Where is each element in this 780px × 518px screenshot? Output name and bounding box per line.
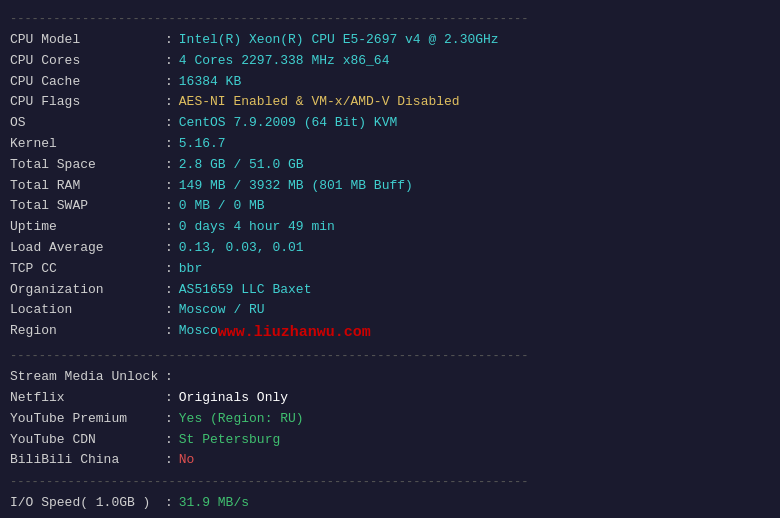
divider-3: ----------------------------------------… <box>10 475 770 489</box>
label-io-1: I/O Speed( 1.0GB ) <box>10 493 165 514</box>
table-row: Load Average : 0.13, 0.03, 0.01 <box>10 238 770 259</box>
label-stream: Stream Media Unlock <box>10 367 165 388</box>
table-row: OS : CentOS 7.9.2009 (64 Bit) KVM <box>10 113 770 134</box>
table-row: CPU Model : Intel(R) Xeon(R) CPU E5-2697… <box>10 30 770 51</box>
value-organization: AS51659 LLC Baxet <box>179 280 312 301</box>
value-io-2: 601 MB/s <box>179 514 241 518</box>
value-region: Mosco <box>179 321 218 345</box>
value-os: CentOS 7.9.2009 (64 Bit) KVM <box>179 113 397 134</box>
label-cpu-model: CPU Model <box>10 30 165 51</box>
label-youtube-cdn: YouTube CDN <box>10 430 165 451</box>
table-row: TCP CC : bbr <box>10 259 770 280</box>
value-total-ram: 149 MB / 3932 MB (801 MB Buff) <box>179 176 413 197</box>
value-youtube-premium: Yes (Region: RU) <box>179 409 304 430</box>
label-io-2: I/O Speed( 1.0GB ) <box>10 514 165 518</box>
label-cpu-cache: CPU Cache <box>10 72 165 93</box>
value-cpu-cores: 4 Cores 2297.338 MHz x86_64 <box>179 51 390 72</box>
label-total-ram: Total RAM <box>10 176 165 197</box>
label-bilibili: BiliBili China <box>10 450 165 471</box>
label-uptime: Uptime <box>10 217 165 238</box>
value-load-average: 0.13, 0.03, 0.01 <box>179 238 304 259</box>
table-row: Total Space : 2.8 GB / 51.0 GB <box>10 155 770 176</box>
label-cpu-flags: CPU Flags <box>10 92 165 113</box>
label-cpu-cores: CPU Cores <box>10 51 165 72</box>
value-cpu-cache: 16384 KB <box>179 72 241 93</box>
table-row: Uptime : 0 days 4 hour 49 min <box>10 217 770 238</box>
value-cpu-flags: AES-NI Enabled & VM-x/AMD-V Disabled <box>179 92 460 113</box>
media-section: Stream Media Unlock : Netflix : Original… <box>10 367 770 471</box>
value-total-space: 2.8 GB / 51.0 GB <box>179 155 304 176</box>
table-row: YouTube Premium : Yes (Region: RU) <box>10 409 770 430</box>
value-cpu-model: Intel(R) Xeon(R) CPU E5-2697 v4 @ 2.30GH… <box>179 30 499 51</box>
table-row: BiliBili China : No <box>10 450 770 471</box>
table-row: Total SWAP : 0 MB / 0 MB <box>10 196 770 217</box>
value-netflix: Originals Only <box>179 388 288 409</box>
label-netflix: Netflix <box>10 388 165 409</box>
watermark: www.liuzhanwu.com <box>218 321 371 345</box>
divider-2: ----------------------------------------… <box>10 349 770 363</box>
table-row: CPU Flags : AES-NI Enabled & VM-x/AMD-V … <box>10 92 770 113</box>
value-io-1: 31.9 MB/s <box>179 493 249 514</box>
value-location: Moscow / RU <box>179 300 265 321</box>
table-row: Region : Mosco www.liuzhanwu.com <box>10 321 770 345</box>
label-location: Location <box>10 300 165 321</box>
label-youtube-premium: YouTube Premium <box>10 409 165 430</box>
divider-1: ----------------------------------------… <box>10 12 770 26</box>
value-total-swap: 0 MB / 0 MB <box>179 196 265 217</box>
label-load-average: Load Average <box>10 238 165 259</box>
table-row: CPU Cores : 4 Cores 2297.338 MHz x86_64 <box>10 51 770 72</box>
value-kernel: 5.16.7 <box>179 134 226 155</box>
label-region: Region <box>10 321 165 345</box>
label-tcp-cc: TCP CC <box>10 259 165 280</box>
io-section: I/O Speed( 1.0GB ) : 31.9 MB/s I/O Speed… <box>10 493 770 518</box>
table-row: Location : Moscow / RU <box>10 300 770 321</box>
table-row: Netflix : Originals Only <box>10 388 770 409</box>
label-organization: Organization <box>10 280 165 301</box>
table-row: I/O Speed( 1.0GB ) : 601 MB/s <box>10 514 770 518</box>
value-bilibili: No <box>179 450 195 471</box>
value-tcp-cc: bbr <box>179 259 202 280</box>
value-youtube-cdn: St Petersburg <box>179 430 280 451</box>
table-row: I/O Speed( 1.0GB ) : 31.9 MB/s <box>10 493 770 514</box>
table-row: YouTube CDN : St Petersburg <box>10 430 770 451</box>
label-kernel: Kernel <box>10 134 165 155</box>
value-uptime: 0 days 4 hour 49 min <box>179 217 335 238</box>
table-row: Organization : AS51659 LLC Baxet <box>10 280 770 301</box>
table-row: Kernel : 5.16.7 <box>10 134 770 155</box>
label-total-space: Total Space <box>10 155 165 176</box>
table-row: Total RAM : 149 MB / 3932 MB (801 MB Buf… <box>10 176 770 197</box>
label-os: OS <box>10 113 165 134</box>
terminal-output: ----------------------------------------… <box>10 12 770 518</box>
system-section: CPU Model : Intel(R) Xeon(R) CPU E5-2697… <box>10 30 770 345</box>
table-row: CPU Cache : 16384 KB <box>10 72 770 93</box>
label-total-swap: Total SWAP <box>10 196 165 217</box>
media-header: Stream Media Unlock : <box>10 367 770 388</box>
